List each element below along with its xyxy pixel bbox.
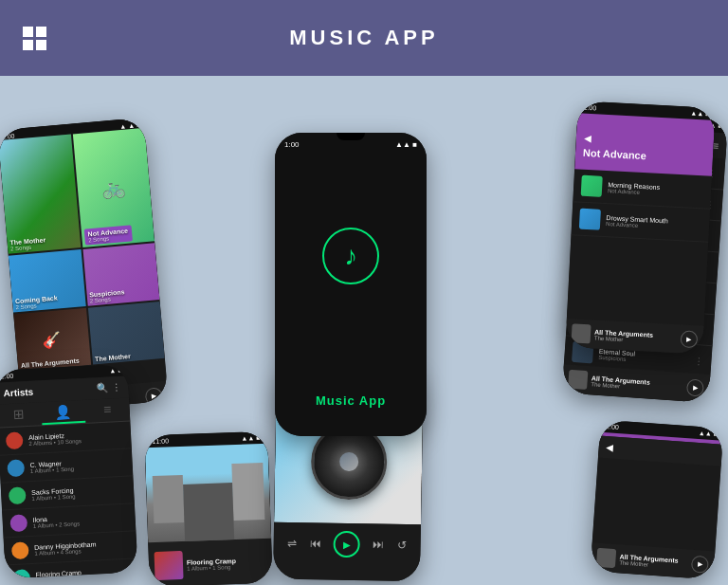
next-icon[interactable]: ⏭ xyxy=(373,538,384,551)
signal-icons: ▲▲ ■ xyxy=(395,140,417,149)
purple-header: ◀ Not Advance xyxy=(574,113,715,176)
album-cell-6[interactable]: The Mother xyxy=(87,302,164,364)
tab-albums[interactable]: ⊞ xyxy=(0,402,42,427)
back-icon[interactable]: ◀ xyxy=(606,442,614,453)
app-header: MUSIC APP xyxy=(0,0,728,76)
signal-icons: ▲▲ ■ xyxy=(241,434,260,442)
content-area: 1:00 ▲ ▲ ■ The Mother 2 Songs Not Advanc… xyxy=(0,76,728,585)
tab-artists[interactable]: 👤 xyxy=(41,400,86,425)
play-button[interactable]: ▶ xyxy=(145,387,164,406)
artists-list: Alain Lipietz 2 Albums • 10 Songs C. Wag… xyxy=(0,421,138,578)
more-icon[interactable]: ⋮ xyxy=(111,382,121,393)
artist-avatar xyxy=(7,459,25,477)
shuffle-icon[interactable]: ⇌ xyxy=(287,537,297,550)
status-time: 1:00 xyxy=(284,140,300,149)
album-cell-4[interactable]: Suspicions 2 Songs xyxy=(82,243,159,305)
signal-icons: ▲▲ ■ xyxy=(690,110,709,118)
album-thumb xyxy=(155,551,184,580)
search-icon[interactable]: 🔍 xyxy=(96,383,108,394)
phone-street: 11:00 ▲▲ ■ Flooring Cramp 1 Album • 1 So… xyxy=(144,431,273,585)
more-icon[interactable]: ⋮ xyxy=(694,355,704,366)
play-button[interactable]: ▶ xyxy=(686,378,704,396)
np-thumbnail xyxy=(568,370,588,390)
repeat-icon[interactable]: ↺ xyxy=(397,539,407,552)
street-screen: 11:00 ▲▲ ■ Flooring Cramp 1 Album • 1 So… xyxy=(144,431,273,585)
artists-screen: 1:00 ▲ ■ Artists 🔍 ⋮ ⊞ 👤 ≡ Alain L xyxy=(0,363,138,578)
building-left xyxy=(152,475,184,523)
btm-sm-info: Flooring Cramp 1 Album • 1 Song xyxy=(148,539,273,585)
vinyl-center xyxy=(339,452,358,471)
np-thumbnail xyxy=(596,548,616,568)
header-icons: 🔍 ⋮ xyxy=(96,382,121,393)
song-thumb xyxy=(579,209,601,230)
status-time: 11:00 xyxy=(152,437,169,445)
phone-main: 1:00 ▲▲ ■ ♪ Music App xyxy=(275,133,427,436)
prev-icon[interactable]: ⏮ xyxy=(310,537,321,550)
phone-artists: 1:00 ▲ ■ Artists 🔍 ⋮ ⊞ 👤 ≡ Alain L xyxy=(0,363,138,578)
album-cell-3[interactable]: Coming Back 2 Songs xyxy=(9,249,85,312)
music-icon[interactable]: ♪ xyxy=(322,228,379,284)
app-title: MUSIC APP xyxy=(289,26,438,50)
artist-avatar xyxy=(11,541,29,559)
btm-right-screen: 1:00 ▲▲ ■ ◀ All The Arguments The Mother… xyxy=(591,420,724,580)
phone-btm-right: 1:00 ▲▲ ■ ◀ All The Arguments The Mother… xyxy=(591,420,724,580)
status-time: 1:00 xyxy=(606,423,619,430)
album-meta: 1 Album • 1 Song xyxy=(187,564,236,572)
main-screen: 1:00 ▲▲ ■ ♪ Music App xyxy=(275,133,427,436)
play-button[interactable]: ▶ xyxy=(680,330,698,348)
app-label: Music App xyxy=(316,393,386,408)
song-thumb xyxy=(581,175,603,197)
street-photo xyxy=(145,444,271,542)
artist-avatar xyxy=(12,569,30,578)
status-time: 1:00 xyxy=(0,373,13,380)
status-time: 1:00 xyxy=(583,104,596,112)
road xyxy=(183,483,234,541)
np-thumbnail xyxy=(572,323,592,343)
album-title: Not Advance xyxy=(583,147,705,165)
status-bar: 1:00 ▲▲ ■ xyxy=(284,140,417,149)
album-cell-2[interactable]: Not Advance 2 Songs xyxy=(72,128,155,247)
player-controls: ⇌ ⏮ ▶ ⏭ ↺ xyxy=(273,522,421,567)
app-logo xyxy=(23,27,46,50)
not-advance-screen: 1:00 ▲▲ ■ ◀ Not Advance Morning Reasons … xyxy=(565,101,715,354)
play-pause-button[interactable]: ▶ xyxy=(334,531,360,558)
album-cell-1[interactable]: The Mother 2 Songs xyxy=(0,135,81,254)
artist-avatar xyxy=(9,486,27,504)
purple-song-2[interactable]: Drowsy Smart Mouth Not Advance xyxy=(571,202,710,243)
artist-avatar xyxy=(6,431,24,449)
album-grid: The Mother 2 Songs Not Advance 2 Songs C… xyxy=(0,128,165,368)
purple-song-list: Morning Reasons Not Advance Drowsy Smart… xyxy=(571,169,711,242)
tab-songs[interactable]: ≡ xyxy=(84,397,130,422)
artist-avatar xyxy=(9,514,27,532)
building-right xyxy=(231,463,264,521)
phone-not-advance: 1:00 ▲▲ ■ ◀ Not Advance Morning Reasons … xyxy=(565,101,715,354)
now-playing-bar: All The Arguments The Mother ▶ xyxy=(591,542,716,579)
play-button[interactable]: ▶ xyxy=(691,556,709,574)
music-note-icon: ♪ xyxy=(344,241,357,271)
signal-icons: ▲▲ ■ xyxy=(699,430,718,437)
album-cell-5[interactable]: All The Arguments xyxy=(13,308,90,371)
